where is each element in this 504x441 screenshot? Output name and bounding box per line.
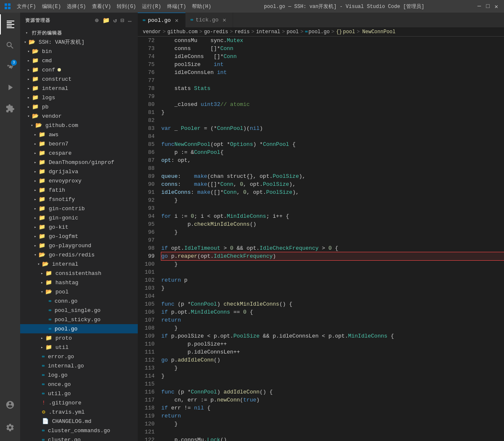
breadcrumb-redis[interactable]: redis: [234, 29, 249, 35]
activity-explorer[interactable]: [0, 14, 20, 34]
code-line[interactable]: p.connsMu.Lock(): [161, 436, 504, 441]
tree-item-fsnotify[interactable]: 📁fsnotify: [20, 195, 138, 204]
tree-item-deanthompson-ginprof[interactable]: 📁DeanThompson/ginprof: [20, 158, 138, 167]
tree-item-go-logfmt[interactable]: 📁go-logfmt: [20, 232, 138, 241]
tree-item-cluster-go[interactable]: ∞cluster.go: [20, 435, 138, 441]
activity-source-control[interactable]: 3: [0, 56, 20, 77]
activity-settings[interactable]: [0, 417, 20, 438]
menu-item[interactable]: 编辑(E): [39, 3, 64, 10]
tree-item-beorn7[interactable]: 📁beorn7: [20, 139, 138, 148]
tree-item--gitignore[interactable]: !.gitignore: [20, 398, 138, 407]
tree-item-consistenthash[interactable]: 📁consistenthash: [20, 269, 138, 278]
breadcrumb-file[interactable]: pool.go: [309, 29, 330, 35]
tree-item-go-kit[interactable]: 📁go-kit: [20, 222, 138, 232]
breadcrumb-go-redis[interactable]: go-redis: [204, 29, 228, 35]
code-line[interactable]: [161, 428, 504, 436]
tree-item-logs[interactable]: 📁logs: [20, 93, 138, 102]
tree-item-construct[interactable]: 📁construct: [20, 74, 138, 84]
tab-pool-go[interactable]: ∞ pool.go ✕: [138, 13, 186, 27]
tree-item-conn-go[interactable]: ∞conn.go: [20, 296, 138, 306]
breadcrumb-struct[interactable]: pool: [343, 29, 355, 35]
code-line[interactable]: }: [161, 108, 504, 116]
code-line[interactable]: idleConnsLen int: [161, 69, 504, 77]
tree-item-cespare[interactable]: 📁cespare: [20, 148, 138, 158]
code-line[interactable]: return: [161, 316, 504, 324]
code-line[interactable]: [161, 132, 504, 140]
tree-item-pool[interactable]: 📂pool: [20, 287, 138, 296]
code-line[interactable]: cn, err := p.newConn(true): [161, 396, 504, 404]
code-line[interactable]: [161, 204, 504, 212]
code-line[interactable]: p.checkMinIdleConns(): [161, 220, 504, 228]
activity-run[interactable]: [0, 77, 20, 98]
tab-tick-go[interactable]: ∞ tick.go ✕: [186, 13, 234, 27]
code-line[interactable]: }: [161, 324, 504, 332]
code-line[interactable]: }: [161, 196, 504, 204]
activity-search[interactable]: [0, 35, 20, 55]
tree-item-aws[interactable]: 📁aws: [20, 130, 138, 139]
tree-item-util-go[interactable]: ∞util.go: [20, 389, 138, 398]
code-line[interactable]: }: [161, 228, 504, 236]
tree-item-github-com[interactable]: 📂github.com: [20, 121, 138, 130]
code-line[interactable]: if p.poolSize < p.opt.PoolSize && p.idle…: [161, 332, 504, 340]
code-line[interactable]: if p.opt.MinIdleConns == 0 {: [161, 308, 504, 316]
code-line[interactable]: [161, 268, 504, 276]
new-folder-icon[interactable]: 📁: [102, 16, 111, 25]
code-line[interactable]: }: [161, 260, 504, 268]
tree-item-hashtag[interactable]: 📁hashtag: [20, 278, 138, 287]
code-line[interactable]: connsMu sync.Mutex: [161, 37, 504, 45]
menu-item[interactable]: 帮助(H): [189, 3, 214, 10]
tree-item-changelog-md[interactable]: 📄CHANGELOG.md: [20, 417, 138, 426]
minimize-button[interactable]: ─: [476, 3, 483, 10]
code-line[interactable]: if err != nil {: [161, 404, 504, 412]
code-line[interactable]: [161, 292, 504, 300]
code-line[interactable]: conns: make([]*Conn, 0, opt.PoolSize),: [161, 180, 504, 188]
close-button[interactable]: ✕: [493, 3, 500, 10]
tree-item-cmd[interactable]: 📁cmd: [20, 56, 138, 65]
code-line[interactable]: conns []*Conn: [161, 45, 504, 53]
new-file-icon[interactable]: ⊕: [94, 16, 100, 25]
code-line[interactable]: p := &ConnPool{: [161, 148, 504, 156]
code-line[interactable]: }: [161, 372, 504, 380]
code-line[interactable]: idleConns []*Conn: [161, 53, 504, 61]
code-line[interactable]: [161, 116, 504, 124]
code-line[interactable]: if opt.IdleTimeout > 0 && opt.IdleCheckF…: [161, 244, 504, 252]
refresh-icon[interactable]: ↺: [113, 16, 118, 25]
code-line[interactable]: poolSize int: [161, 61, 504, 69]
tree-item-pool-go[interactable]: ∞pool.go: [20, 324, 138, 333]
code-line[interactable]: go p.reaper(opt.IdleCheckFrequency): [161, 252, 504, 260]
code-line[interactable]: }: [161, 420, 504, 428]
activity-extensions[interactable]: [0, 98, 20, 119]
code-line[interactable]: func (p *ConnPool) checkMinIdleConns() {: [161, 300, 504, 308]
code-line[interactable]: _closed uint32 // atomic: [161, 100, 504, 108]
code-line[interactable]: [161, 236, 504, 244]
tree-item-vendor[interactable]: 📂vendor: [20, 111, 138, 121]
code-line[interactable]: queue: make(chan struct{}, opt.PoolSize)…: [161, 172, 504, 180]
tab-pool-go-close[interactable]: ✕: [173, 17, 180, 24]
code-line[interactable]: func NewConnPool(opt *Options) *ConnPool…: [161, 140, 504, 148]
breadcrumb-func[interactable]: NewConnPool: [362, 29, 396, 35]
code-line[interactable]: [161, 380, 504, 388]
code-line[interactable]: }: [161, 364, 504, 372]
code-line[interactable]: go p.addIdleConn(): [161, 356, 504, 364]
code-line[interactable]: for i := 0; i < opt.MinIdleConns; i++ {: [161, 212, 504, 220]
breadcrumb-vendor[interactable]: vendor: [143, 29, 161, 35]
tree-item-proto[interactable]: 📁proto: [20, 333, 138, 343]
tree-item-pool-sticky-go[interactable]: ∞pool_sticky.go: [20, 315, 138, 324]
code-line[interactable]: opt: opt,: [161, 156, 504, 164]
collapse-icon[interactable]: ⊟: [120, 16, 125, 25]
code-line[interactable]: }: [161, 284, 504, 292]
menu-item[interactable]: 查看(V): [89, 3, 114, 10]
menu-item[interactable]: 运行(R): [139, 3, 164, 10]
tab-tick-go-close[interactable]: ✕: [221, 17, 228, 24]
tree-item-dgrijalva[interactable]: 📁dgrijalva: [20, 167, 138, 176]
tree-item-fatih[interactable]: 📁fatih: [20, 185, 138, 195]
breadcrumb-internal[interactable]: internal: [256, 29, 281, 35]
tree-item-bin[interactable]: 📂bin: [20, 47, 138, 56]
code-editor[interactable]: 7273747576777879808182838485868788899091…: [138, 37, 504, 441]
sidebar-header-icons[interactable]: ⊕ 📁 ↺ ⊟ …: [94, 16, 133, 25]
tree-item-internal[interactable]: 📁internal: [20, 84, 138, 93]
code-line[interactable]: [161, 92, 504, 100]
tree-item-envoyproxy[interactable]: 📁envoyproxy: [20, 176, 138, 185]
tree-item-internal-go[interactable]: ∞internal.go: [20, 361, 138, 370]
tree-item-util[interactable]: 📁util: [20, 343, 138, 352]
